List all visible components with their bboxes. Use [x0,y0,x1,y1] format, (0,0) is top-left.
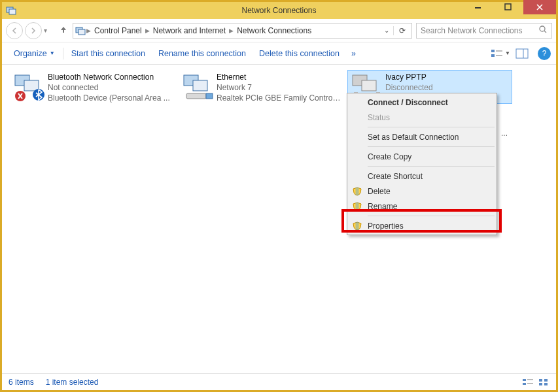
window-title: Network Connections [241,6,316,15]
window-controls [463,0,556,14]
search-input[interactable]: Search Network Connections [416,23,552,39]
svg-rect-14 [516,49,528,58]
connection-device: Realtek PCIe GBE Family Controller [217,93,342,103]
search-placeholder: Search Network Connections [421,26,538,35]
titlebar: Network Connections [2,2,556,19]
connection-status: Not connected [48,82,170,93]
bluetooth-connection-icon [11,71,48,103]
back-button[interactable] [6,22,23,39]
statusbar: 6 items 1 item selected [2,373,556,390]
svg-rect-25 [362,80,376,91]
svg-rect-33 [544,379,548,382]
svg-rect-2 [475,7,481,8]
forward-button[interactable] [25,22,42,39]
toolbar-overflow[interactable]: » [346,49,361,58]
maximize-button[interactable] [493,0,523,14]
svg-rect-32 [539,379,542,382]
connection-name: Ivacy PPTP [385,72,433,82]
help-button[interactable]: ? [538,47,551,60]
svg-rect-17 [24,80,39,91]
ethernet-connection-icon [180,71,217,103]
highlight-rectangle [341,209,502,233]
svg-rect-11 [491,54,495,57]
menu-create-copy[interactable]: Create Copy [348,149,496,164]
status-selected-count: 1 item selected [46,378,99,387]
toolbar-separator [63,48,63,59]
command-bar: Organize▼ Start this connection Rename t… [2,42,556,65]
menu-connect-disconnect[interactable]: Connect / Disconnect [348,95,496,110]
address-bar[interactable]: ▶ Control Panel ▶ Network and Internet ▶… [73,23,412,39]
menu-set-default[interactable]: Set as Default Connection [348,129,496,144]
menu-create-shortcut[interactable]: Create Shortcut [348,169,496,184]
menu-separator [368,127,495,127]
svg-rect-28 [523,379,526,381]
svg-rect-29 [523,383,526,385]
connection-status: Network 7 [217,82,342,93]
connection-item-ethernet[interactable]: Ethernet Network 7 Realtek PCIe GBE Fami… [179,70,343,105]
svg-rect-7 [78,29,85,35]
svg-rect-34 [539,383,542,385]
svg-rect-21 [193,80,207,91]
details-view-button[interactable] [522,378,534,387]
connection-name: Ethernet [217,72,342,82]
icons-view-button[interactable] [538,378,549,387]
app-icon [6,5,16,16]
organize-button[interactable]: Organize▼ [7,49,61,58]
up-button[interactable] [57,25,70,37]
connection-name: Bluetooth Network Connection [48,72,170,82]
delete-connection-button[interactable]: Delete this connection [253,49,346,58]
content-area: Bluetooth Network Connection Not connect… [2,65,556,373]
preview-pane-button[interactable] [513,48,531,59]
shield-icon [353,187,362,196]
breadcrumb-sep: ▶ [229,27,234,34]
close-button[interactable] [523,0,556,14]
navbar: ▾ ▶ Control Panel ▶ Network and Internet… [2,19,556,42]
history-dropdown[interactable]: ▾ [44,27,53,34]
view-options-button[interactable]: ▼ [488,48,513,59]
connection-device: Bluetooth Device (Personal Area ... [48,93,170,103]
menu-separator [368,166,495,167]
breadcrumb-sep: ▶ [86,27,91,34]
address-dropdown[interactable]: ⌄ [380,27,393,34]
menu-delete[interactable]: Delete [348,184,496,199]
status-item-count: 6 items [9,378,34,387]
svg-rect-1 [9,9,16,14]
svg-rect-3 [505,4,511,10]
menu-separator [368,146,495,147]
svg-rect-22 [186,93,206,99]
location-icon [75,25,86,36]
svg-line-9 [544,31,546,33]
minimize-button[interactable] [463,0,493,14]
refresh-button[interactable]: ⟳ [393,26,410,35]
svg-point-8 [540,26,545,31]
breadcrumb-item[interactable]: Control Panel [91,26,145,35]
breadcrumb-item[interactable]: Network and Internet [150,26,229,35]
overflow-indicator: ... [501,129,508,138]
svg-rect-35 [544,383,548,385]
breadcrumb-item[interactable]: Network Connections [234,26,315,35]
start-connection-button[interactable]: Start this connection [65,49,152,58]
connection-item-bluetooth[interactable]: Bluetooth Network Connection Not connect… [10,70,175,105]
rename-connection-button[interactable]: Rename this connection [152,49,253,58]
svg-rect-10 [491,50,495,52]
search-icon [538,25,548,36]
breadcrumb-sep: ▶ [145,27,150,34]
connection-status: Disconnected [385,82,433,93]
window-frame: Network Connections ▾ ▶ Control Panel ▶ … [0,0,558,392]
svg-rect-23 [206,93,213,99]
menu-status: Status [348,110,496,125]
